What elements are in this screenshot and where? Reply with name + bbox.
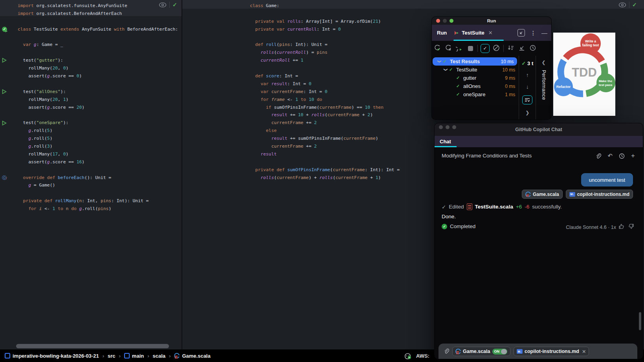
tab-testsuite[interactable]: TestSuite ✕ — [454, 30, 492, 36]
test-tree-row[interactable]: ✓gutter9 ms — [432, 74, 519, 82]
breadcrumb-item[interactable]: main — [124, 353, 144, 359]
completed-check-icon: ✓ — [442, 224, 447, 229]
overrides-method-gutter-icon[interactable]: Ⓞ↑ — [2, 175, 8, 181]
close-window-button[interactable] — [439, 125, 443, 129]
code-line: var currentFrame: Int = 0 — [250, 88, 400, 96]
window-title: GitHub Copilot Chat — [515, 127, 562, 132]
test-tree-row[interactable]: ✓oneSpare1 ms — [432, 90, 519, 99]
stop-button[interactable] — [465, 46, 476, 51]
code-line — [18, 33, 182, 41]
context-on-toggle[interactable]: ON — [492, 349, 508, 355]
kebab-menu-icon[interactable]: ⋮ — [530, 30, 536, 36]
code-line: import org.scalatest.funsuite.AnyFunSuit… — [18, 2, 182, 10]
thumbs-down-icon[interactable] — [628, 223, 634, 229]
test-tree-row[interactable]: ❯✓TestSuite10 ms — [432, 66, 519, 74]
rerun-tests-button[interactable] — [432, 44, 443, 53]
track-running-test-button[interactable] — [522, 95, 532, 104]
collapse-icon[interactable]: ❮ — [542, 60, 546, 65]
context-chip-game-scala[interactable]: Game.scala ON — [452, 347, 510, 356]
attach-context-icon[interactable] — [443, 348, 449, 355]
test-tree-row[interactable]: ❯✓Test Results10 ms — [433, 57, 517, 66]
test-results-tree[interactable]: ❯✓Test Results10 ms❯✓TestSuite10 ms✓gutt… — [432, 56, 519, 119]
show-ignored-filter-button[interactable] — [491, 44, 502, 53]
check-icon: ✓ — [521, 60, 526, 66]
edited-file-link[interactable]: TestSuite.scala — [475, 204, 513, 210]
remove-chip-icon[interactable]: ✕ — [582, 349, 586, 355]
code-line: private var currentRoll: Int = 0 — [250, 26, 400, 33]
run-test-gutter-icon[interactable] — [2, 58, 8, 64]
toggle-auto-test-button[interactable] — [454, 44, 465, 53]
minimize-window-button[interactable] — [446, 125, 450, 129]
new-chat-icon[interactable]: + — [631, 152, 635, 160]
chip-copilot-instructions[interactable]: M↓ copilot-instructions.md — [566, 190, 633, 199]
rerun-failed-button[interactable] — [443, 44, 454, 53]
attachment-icon[interactable] — [595, 153, 601, 159]
run-test-gutter-icon[interactable] — [2, 89, 8, 95]
code-line: g.roll(5) — [18, 127, 182, 135]
zoom-window-button[interactable] — [450, 19, 453, 23]
minimize-window-button[interactable] — [443, 19, 447, 23]
game-code-pane[interactable]: class Game: private val rolls: Array[Int… — [250, 2, 400, 181]
markdown-icon: M↓ — [517, 349, 523, 354]
breadcrumb-separator: › — [119, 353, 121, 359]
testsuite-file-icon — [467, 203, 472, 210]
code-line: rolls(currentFrame) + rolls(currentFrame… — [250, 174, 400, 182]
run-window-titlebar[interactable]: Run — [432, 17, 551, 25]
chat-input-placeholder[interactable]: Add context (#), extensions (@), command… — [444, 358, 558, 359]
run-test-gutter-icon[interactable] — [2, 121, 8, 126]
code-line — [18, 166, 182, 174]
chat-scrollbar[interactable] — [639, 312, 641, 330]
next-test-icon[interactable]: ↓ — [526, 84, 529, 90]
testsuite-code-pane[interactable]: import org.scalatest.funsuite.AnyFunSuit… — [18, 2, 182, 213]
zoom-window-button[interactable] — [452, 125, 456, 129]
tab-chat[interactable]: Chat — [440, 139, 451, 144]
traffic-lights — [439, 125, 456, 129]
code-line — [18, 111, 182, 119]
run-window[interactable]: Run Run TestSuite ✕ ⋮ — — [431, 16, 552, 120]
undo-icon[interactable]: ↶ — [607, 152, 613, 159]
previous-test-icon[interactable]: ↑ — [526, 72, 529, 78]
breadcrumb-item[interactable]: src — [108, 353, 116, 359]
test-name: gutter — [463, 75, 476, 81]
breadcrumb[interactable]: imperative-bowling-kata-2026-03-21›src›m… — [0, 353, 211, 359]
test-passed-icon: ✓ — [456, 92, 462, 97]
close-tab-icon[interactable]: ✕ — [488, 30, 493, 36]
chat-input-box[interactable]: Game.scala ON M↓ copilot-instructions.md… — [439, 344, 637, 359]
close-window-button[interactable] — [436, 19, 440, 23]
breadcrumb-item[interactable]: Game.scala — [174, 353, 210, 359]
tests-passed-summary: ✓ 3 t — [521, 60, 533, 66]
test-duration: 1 ms — [505, 92, 515, 97]
horizontal-scrollbar[interactable] — [16, 344, 169, 348]
breadcrumb-item[interactable]: scala — [153, 353, 166, 359]
pane-divider[interactable] — [182, 0, 182, 349]
tab-performance[interactable]: Performance — [541, 70, 547, 100]
folder-icon — [5, 353, 10, 358]
context-chip-copilot-instructions[interactable]: M↓ copilot-instructions.md ✕ — [514, 347, 589, 356]
sort-by-duration-icon[interactable] — [505, 44, 516, 53]
show-passed-filter-button[interactable]: ✓ — [481, 44, 490, 53]
move-to-editor-icon[interactable] — [517, 29, 525, 37]
test-tree-row[interactable]: ✓allOnes0 ms — [432, 82, 519, 90]
svg-text:Write a: Write a — [585, 39, 596, 43]
eye-icon[interactable] — [159, 2, 167, 8]
tab-label: TestSuite — [462, 30, 484, 36]
expand-strip-icon[interactable]: ❯ — [525, 110, 529, 115]
copilot-chat-window[interactable]: GitHub Copilot Chat Chat Modifying Frame… — [434, 123, 643, 359]
expand-chevron-icon[interactable]: ❯ — [437, 58, 442, 65]
expand-chevron-icon[interactable]: ❯ — [444, 66, 448, 73]
minimize-panel-icon[interactable]: — — [541, 29, 547, 36]
breadcrumb-item[interactable]: imperative-bowling-kata-2026-03-21 — [5, 353, 99, 359]
thumbs-up-icon[interactable] — [618, 223, 624, 229]
history-icon[interactable] — [619, 153, 625, 159]
eye-icon[interactable] — [618, 2, 626, 8]
copilot-status-icon[interactable] — [404, 353, 411, 359]
chat-titlebar[interactable]: GitHub Copilot Chat — [435, 123, 643, 136]
code-line: private val rolls: Array[Int] = Array.of… — [250, 18, 400, 26]
suite-passed-gutter-icon[interactable]: ✓ — [2, 27, 8, 33]
import-tests-icon[interactable] — [516, 44, 527, 53]
user-message-bubble: uncomment test — [581, 173, 633, 186]
chat-tab-strip: Chat — [435, 136, 643, 147]
chip-game-scala[interactable]: Game.scala — [522, 190, 563, 199]
aws-status-label[interactable]: AWS: — [416, 353, 429, 359]
test-history-icon[interactable] — [527, 44, 538, 53]
